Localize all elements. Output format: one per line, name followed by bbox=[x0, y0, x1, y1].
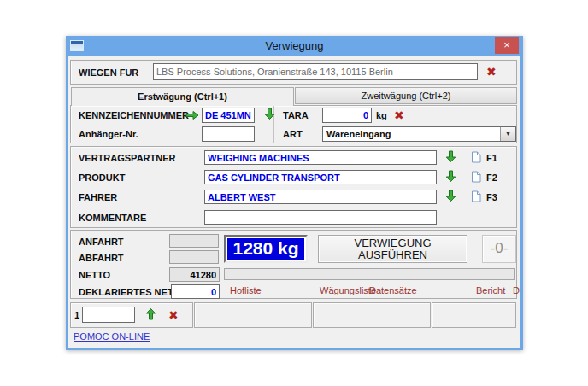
produkt-document-icon[interactable] bbox=[471, 171, 481, 183]
produkt-input[interactable] bbox=[204, 170, 437, 184]
link-datensaetze[interactable]: Datensätze bbox=[369, 285, 417, 295]
link-clipped[interactable]: D bbox=[513, 285, 520, 295]
tara-input[interactable] bbox=[322, 108, 372, 123]
deklariertes-netto-label: DEKLARIERTES NETTO bbox=[79, 287, 186, 297]
queue-index-label: 1 bbox=[74, 310, 79, 320]
scale-weight-display: 1280 kg bbox=[224, 235, 308, 263]
empty-panel-3 bbox=[313, 302, 431, 328]
vertragspartner-document-icon[interactable] bbox=[471, 151, 481, 163]
queue-up-arrow-button[interactable] bbox=[145, 307, 156, 320]
wiegen-fur-clear-button[interactable]: ✖ bbox=[486, 66, 497, 78]
fahrer-label: FAHRER bbox=[79, 192, 117, 202]
queue-delete-button[interactable]: ✖ bbox=[168, 309, 179, 321]
window-title: Verwiegung bbox=[66, 36, 523, 56]
execute-line2: AUSFÜHREN bbox=[319, 249, 467, 261]
f2-label: F2 bbox=[486, 173, 497, 183]
produkt-label: PRODUKT bbox=[79, 173, 125, 183]
kennzeichen-label: KENNZEICHENNUMMER bbox=[79, 110, 189, 120]
anfahrt-input bbox=[169, 234, 219, 248]
kommentare-input[interactable] bbox=[204, 210, 437, 225]
f3-label: F3 bbox=[486, 192, 497, 202]
empty-panel-4 bbox=[432, 302, 516, 328]
link-bericht[interactable]: Bericht bbox=[476, 285, 505, 295]
help-link[interactable]: POMOC ON-LINE bbox=[74, 331, 150, 342]
kommentare-label: KOMMENTARE bbox=[79, 213, 146, 223]
queue-input[interactable] bbox=[82, 307, 135, 323]
tara-unit-label: kg bbox=[376, 110, 387, 120]
tara-label: TARA bbox=[283, 110, 309, 120]
execute-weighing-button[interactable]: VERWIEGUNG AUSFÜHREN bbox=[318, 235, 467, 263]
kennzeichen-dropdown-icon[interactable] bbox=[264, 108, 275, 120]
verwiegung-window: Verwiegung × WIEGEN FUR ✖ Erstwägung (Ct… bbox=[66, 36, 523, 350]
close-button[interactable]: × bbox=[495, 37, 519, 54]
empty-panel-2 bbox=[194, 302, 312, 328]
art-selected-value: Wareneingang bbox=[326, 127, 391, 141]
netto-label: NETTO bbox=[79, 270, 110, 280]
client-area: WIEGEN FUR ✖ Erstwägung (Ctrl+1) Zweitwä… bbox=[68, 56, 520, 348]
fahrer-input[interactable] bbox=[204, 190, 437, 204]
zero-display: -0- bbox=[482, 235, 516, 263]
wiegen-fur-input[interactable] bbox=[153, 63, 478, 80]
abfahrt-label: ABFAHRT bbox=[79, 253, 124, 263]
wiegen-fur-label: WIEGEN FUR bbox=[79, 67, 138, 78]
deklariertes-netto-input[interactable] bbox=[171, 284, 220, 299]
anfahrt-label: ANFAHRT bbox=[79, 237, 124, 247]
vertragspartner-label: VERTRAGSPARTNER bbox=[79, 153, 175, 163]
fahrer-document-icon[interactable] bbox=[471, 190, 481, 202]
message-bar bbox=[224, 268, 515, 280]
vertragspartner-input[interactable] bbox=[204, 150, 437, 165]
anhaenger-label: Anhänger-Nr. bbox=[79, 129, 138, 139]
art-select[interactable]: Wareneingang ▼ bbox=[322, 126, 516, 142]
kennzeichen-input[interactable] bbox=[202, 108, 255, 123]
netto-input bbox=[169, 267, 220, 282]
abfahrt-input bbox=[169, 250, 219, 264]
vertragspartner-dropdown-icon[interactable] bbox=[445, 150, 456, 163]
art-dropdown-button[interactable]: ▼ bbox=[500, 127, 515, 141]
art-label: ART bbox=[283, 129, 303, 139]
green-right-arrow-icon bbox=[185, 110, 199, 120]
execute-line1: VERWIEGUNG bbox=[319, 237, 467, 249]
produkt-dropdown-icon[interactable] bbox=[445, 170, 456, 183]
tab-erstwaegung[interactable]: Erstwägung (Ctrl+1) bbox=[71, 87, 294, 106]
tab-zweitwaegung[interactable]: Zweitwägung (Ctrl+2) bbox=[295, 87, 517, 104]
tara-clear-button[interactable]: ✖ bbox=[394, 109, 404, 121]
fahrer-dropdown-icon[interactable] bbox=[445, 190, 456, 202]
titlebar: Verwiegung × bbox=[66, 36, 523, 56]
f1-label: F1 bbox=[486, 153, 497, 163]
link-waegungsliste[interactable]: Wägungsliste bbox=[320, 285, 376, 295]
link-hofliste[interactable]: Hofliste bbox=[230, 285, 262, 295]
anhaenger-input[interactable] bbox=[202, 126, 255, 142]
